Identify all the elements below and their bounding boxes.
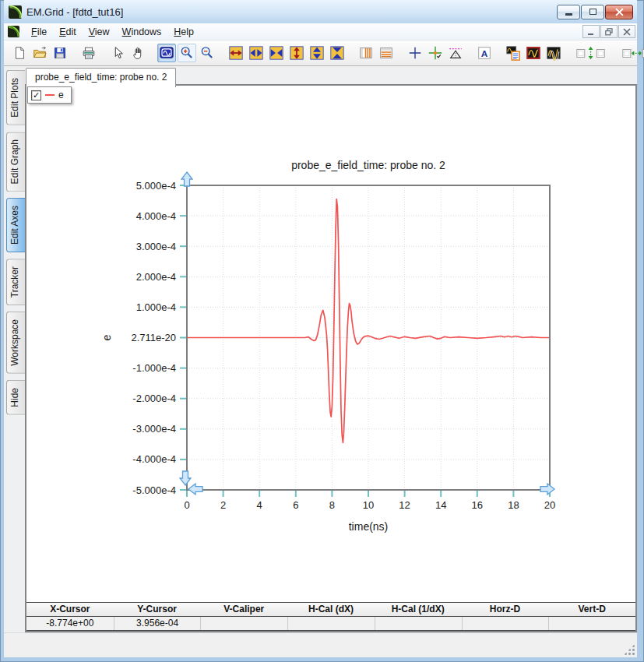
main-panel: probe_e_field_time: probe no. 2 ✓ e 0246…: [25, 66, 637, 632]
plot-overlay-icon: [546, 45, 561, 61]
expand-y-button[interactable]: [308, 44, 326, 62]
status-col-label: V-Caliper: [200, 603, 287, 616]
zoom-in-button[interactable]: [178, 44, 196, 62]
save-icon: [52, 45, 68, 61]
status-col-label: Vert-D: [548, 603, 635, 616]
pan-button[interactable]: [128, 44, 147, 62]
menu-item-file[interactable]: File: [25, 25, 53, 39]
status-col-value: [462, 617, 549, 630]
axis-handle-left-icon[interactable]: [188, 484, 202, 495]
y-tick-label: 5.000e-4: [136, 180, 176, 192]
y-tick-label: 2.000e-4: [136, 271, 176, 283]
svg-text:A: A: [481, 48, 488, 59]
menu-item-windows[interactable]: Windows: [116, 25, 168, 39]
menu-item-edit[interactable]: Edit: [53, 25, 83, 39]
app-logo-icon: [9, 5, 22, 19]
child-restore-button[interactable]: [600, 25, 618, 38]
pointer-icon: [110, 45, 125, 61]
window-title: EM.Grid - [fdtd_tut16]: [26, 6, 557, 18]
resize-grip-icon[interactable]: [624, 644, 635, 655]
print-button[interactable]: [79, 44, 98, 62]
y-tick-label: 3.000e-4: [136, 241, 176, 252]
x-tick-label: 4: [257, 499, 262, 511]
minimize-icon: [565, 13, 572, 16]
pointer-button[interactable]: [108, 44, 127, 62]
zoom-box-icon: [159, 45, 174, 61]
stretch-x-button[interactable]: [227, 44, 245, 62]
expand-x-icon: [248, 45, 264, 61]
compress-y-icon: [329, 45, 345, 61]
sidebar-tab-tracker[interactable]: Tracker: [6, 259, 25, 305]
status-col-label: Y-Cursor: [114, 603, 201, 616]
status-col-value: [548, 617, 635, 630]
zoom-box-button[interactable]: [157, 44, 176, 62]
axis-handle-bottom-icon[interactable]: [180, 471, 191, 485]
x-tick-label: 8: [329, 499, 335, 511]
status-col-value: -8.774e+00: [26, 617, 114, 630]
y-tick-label: -1.000e-4: [132, 362, 176, 374]
plot-frame-button[interactable]: [524, 44, 543, 62]
toolbar: A: [4, 40, 637, 66]
tracker-icon: [428, 45, 443, 61]
sidebar-tab-edit-plots[interactable]: Edit Plots: [6, 70, 25, 125]
zoom-in-icon: [179, 45, 195, 61]
sidebar-tab-edit-axes[interactable]: Edit Axes: [6, 198, 25, 252]
status-col-label: H-Cal (1/dX): [375, 603, 462, 616]
child-minimize-icon: [587, 28, 595, 36]
minimize-button[interactable]: [557, 5, 580, 19]
compress-x-button[interactable]: [267, 44, 286, 62]
plot-tab[interactable]: probe_e_field_time: probe no. 2: [26, 68, 176, 87]
crosshair-button[interactable]: [406, 44, 424, 62]
horizontal-markers-icon: [378, 45, 394, 61]
legend-checkbox[interactable]: ✓: [31, 90, 41, 100]
child-minimize-button[interactable]: [582, 25, 600, 38]
menu-item-view[interactable]: View: [83, 25, 116, 39]
axis-handle-right-icon[interactable]: [540, 484, 554, 495]
sidebar-tab-edit-graph[interactable]: Edit Graph: [6, 132, 25, 192]
menu-item-help[interactable]: Help: [167, 25, 200, 39]
stretch-y-icon: [289, 45, 304, 61]
status-col-label: Horz-D: [462, 603, 549, 616]
child-close-icon: [623, 28, 631, 36]
chart[interactable]: 024681012141618205.000e-44.000e-43.000e-…: [72, 146, 617, 535]
app-window: EM.Grid - [fdtd_tut16] FileEditViewWindo…: [0, 0, 644, 662]
save-button[interactable]: [51, 44, 69, 62]
vertical-markers-button[interactable]: [357, 44, 375, 62]
autoscale-y-button[interactable]: [573, 44, 609, 62]
text-annotation-button[interactable]: A: [475, 44, 494, 62]
open-file-icon: [32, 45, 48, 61]
zoom-out-button[interactable]: [198, 44, 216, 62]
sidebar-tab-hide[interactable]: Hide: [6, 380, 25, 415]
child-close-button[interactable]: [618, 25, 635, 38]
stretch-y-button[interactable]: [287, 44, 306, 62]
status-value-row: -8.774e+003.956e-04: [26, 617, 635, 631]
y-tick-label: 2.711e-20: [131, 332, 176, 343]
tracker-button[interactable]: [426, 44, 445, 62]
y-tick-label: -5.000e-4: [132, 484, 176, 496]
new-file-button[interactable]: [10, 44, 29, 62]
compress-y-button[interactable]: [328, 44, 347, 62]
cursor-status-table: X-CursorY-CursorV-CaliperH-Cal (dX)H-Cal…: [26, 602, 635, 631]
close-button[interactable]: [605, 5, 633, 19]
sidebar-tab-workspace[interactable]: Workspace: [6, 312, 25, 374]
y-tick-label: -2.000e-4: [132, 393, 176, 404]
expand-x-button[interactable]: [247, 44, 266, 62]
legend: ✓ e: [27, 86, 72, 104]
plot-properties-button[interactable]: [504, 44, 523, 62]
open-file-button[interactable]: [30, 44, 49, 62]
status-strip: [4, 632, 637, 657]
y-tick-label: 4.000e-4: [136, 210, 176, 222]
caliper-button[interactable]: [446, 44, 465, 62]
restore-button[interactable]: [581, 5, 604, 19]
x-tick-label: 16: [472, 499, 483, 511]
plot-overlay-button[interactable]: [544, 44, 563, 62]
y-axis-label: e: [100, 334, 113, 340]
title-bar: EM.Grid - [fdtd_tut16]: [4, 0, 637, 23]
horizontal-markers-button[interactable]: [377, 44, 396, 62]
x-tick-label: 10: [363, 499, 374, 511]
x-tick-label: 14: [435, 499, 446, 511]
x-tick-label: 20: [544, 499, 555, 511]
x-tick-label: 18: [508, 499, 519, 511]
axis-handle-top-icon[interactable]: [181, 172, 192, 186]
autoscale-x-button[interactable]: [619, 44, 644, 62]
